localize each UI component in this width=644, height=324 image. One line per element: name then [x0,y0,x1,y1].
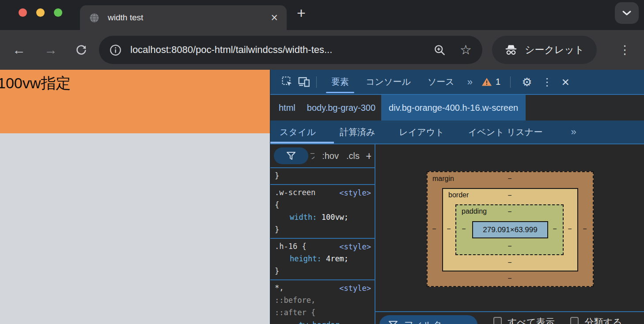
group-label: 分類する [584,316,622,324]
margin-right-value[interactable]: − [581,224,588,234]
devtools-panel: 要素 コンソール ソース » 1 ⚙ ⋮ × html body.bg-gray… [270,70,644,324]
sidebar-tabs: スタイル 計算済み レイアウト イベント リスナー » [270,121,644,144]
active-tab-underline [326,92,354,93]
incognito-icon [504,44,518,56]
incognito-badge: シークレット [492,36,597,64]
breadcrumb-selected-div[interactable]: div.bg-orange-400.h-16.w-screen [381,95,526,121]
address-bar[interactable]: localhost:8080/poc-html/tailwindcss/widt… [99,36,482,64]
devtools-settings-button[interactable]: ⚙ [522,76,532,88]
tab-close-icon[interactable]: × [271,12,278,24]
incognito-label: シークレット [525,43,584,57]
styles-filter-bar: フィルタ :hov .cls + [270,144,375,168]
globe-icon [89,12,100,23]
margin-top-value[interactable]: − [506,174,513,184]
css-rule-clipped[interactable]: } [270,168,375,185]
info-icon[interactable] [110,44,121,56]
border-bottom-value[interactable]: − [506,258,513,267]
show-all-checkbox[interactable] [493,317,502,324]
chevron-down-icon [622,10,632,16]
forward-icon[interactable]: → [44,43,57,57]
browser-menu-icon[interactable]: ⋮ [619,43,631,57]
pseudo-state-toggle[interactable]: :hov [322,151,339,161]
padding-right-value[interactable]: − [551,224,558,234]
tab-search-button[interactable] [615,2,639,24]
device-toolbar-icon[interactable] [298,76,310,87]
tab-title: width test [108,13,143,23]
filter-placeholder-clipped: フィルタ [310,151,314,161]
orange-banner: 100vw指定 [0,70,270,133]
css-rules-list: } <style> .w-screen { width: 100vw; } <s… [270,168,375,324]
browser-toolbar: ← → localhost:8080/poc-html/tailwindcss/… [0,30,644,70]
computed-filter-label: フィルタ [404,319,442,324]
styles-filter-input[interactable] [274,147,308,164]
style-origin-link[interactable]: <style> [339,241,371,253]
reload-icon[interactable] [75,44,87,56]
margin-label: margin [432,175,454,183]
divider [316,76,317,88]
tab-event-listeners[interactable]: イベント リスナー [468,126,543,138]
devtools-close-icon[interactable]: × [562,75,570,89]
border-label: border [448,191,469,199]
close-window-button[interactable] [19,8,27,17]
tab-sources[interactable]: ソース [423,70,459,94]
style-origin-link[interactable]: <style> [339,282,371,294]
show-all-label: すべて表示 [508,316,554,324]
css-rule-w-screen[interactable]: <style> .w-screen { width: 100vw; } [270,185,375,239]
funnel-icon [286,151,296,160]
zoom-icon[interactable] [434,44,446,56]
box-model-diagram: 279.091×63.999 margin border padding − −… [427,171,594,287]
computed-filter-input[interactable]: フィルタ [379,315,477,324]
warning-count: 1 [496,77,500,87]
url-text[interactable]: localhost:8080/poc-html/tailwindcss/widt… [130,44,332,56]
tab-computed[interactable]: 計算済み [340,126,375,138]
back-icon[interactable]: ← [12,43,26,57]
funnel-icon [388,320,398,324]
computed-pane: 279.091×63.999 margin border padding − −… [375,144,644,324]
element-class-toggle[interactable]: .cls [346,151,360,161]
more-tabs-icon[interactable]: » [467,76,474,88]
warnings-badge[interactable]: 1 [481,77,500,87]
devtools-toolbar: 要素 コンソール ソース » 1 ⚙ ⋮ × [270,70,644,95]
padding-top-value[interactable]: − [506,207,513,217]
padding-left-value[interactable]: − [460,224,467,234]
css-rule-universal[interactable]: <style> *, ::before, ::after { --tw-bord… [270,280,375,324]
kebab-icon: ⋮ [542,76,553,88]
padding-label: padding [462,207,487,215]
more-sidebar-tabs-icon[interactable]: » [571,126,577,138]
tab-layout[interactable]: レイアウト [399,126,444,138]
tab-elements[interactable]: 要素 [327,70,353,94]
breadcrumb-body[interactable]: body.bg-gray-300 [301,103,381,113]
gear-icon: ⚙ [522,76,532,88]
window-controls [19,8,62,17]
page-heading: 100vw指定 [0,73,270,94]
minimize-window-button[interactable] [36,8,45,17]
warning-triangle-icon [481,77,492,87]
css-rule-h-16[interactable]: <style> .h-16 { height: 4rem; } [270,239,375,280]
padding-bottom-value[interactable]: − [506,241,513,251]
style-origin-link[interactable]: <style> [339,187,371,199]
tab-styles[interactable]: スタイル [280,126,316,138]
active-subtab-underline [270,142,334,143]
group-checkbox[interactable] [570,317,579,324]
bookmark-star-icon[interactable]: ☆ [460,43,472,57]
browser-tab[interactable]: width test × [80,5,287,30]
maximize-window-button[interactable] [54,8,62,17]
new-style-rule-button[interactable]: + [366,149,371,163]
border-right-value[interactable]: − [566,224,573,234]
computed-filter-bar: フィルタ すべて表示 分類する [375,311,644,324]
styles-pane: フィルタ :hov .cls + } <style> .w-screen { w… [270,144,375,324]
tab-console[interactable]: コンソール [361,70,415,94]
page-viewport: 100vw指定 [0,70,270,324]
box-model-content[interactable]: 279.091×63.999 [472,221,548,238]
breadcrumb-html[interactable]: html [273,103,301,113]
inspect-element-icon[interactable] [282,76,293,87]
margin-bottom-value[interactable]: − [506,274,513,283]
tab-strip: width test × + [0,0,644,30]
devtools-menu-button[interactable]: ⋮ [542,76,553,88]
element-breadcrumb: html body.bg-gray-300 div.bg-orange-400.… [270,95,644,121]
divider [510,76,511,88]
border-top-value[interactable]: − [506,191,513,200]
border-left-value[interactable]: − [445,224,452,234]
new-tab-button[interactable]: + [297,4,306,22]
margin-left-value[interactable]: − [431,224,438,234]
